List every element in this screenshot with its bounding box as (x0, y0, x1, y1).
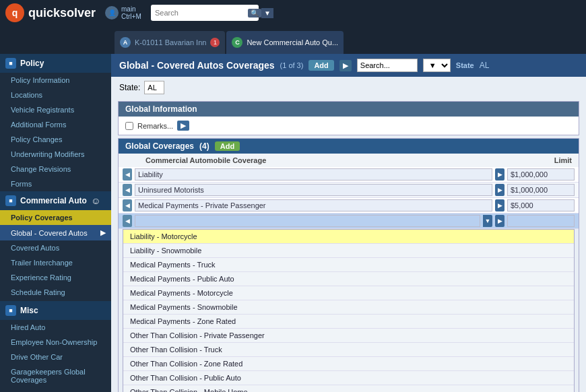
dropdown-item-4[interactable]: Medical Payments - Motorcycle (123, 286, 574, 300)
state-row: State: (111, 77, 586, 98)
sidebar: ■ Policy Policy Information Locations Ve… (0, 54, 111, 392)
state-label: State (456, 61, 474, 69)
coverages-count: (4) (199, 141, 209, 151)
state-value: AL (480, 61, 490, 70)
policy-section-label: Policy (20, 59, 44, 68)
coverage-input-2[interactable] (135, 184, 492, 196)
global-covered-autos-label: Global - Covered Autos (11, 229, 88, 237)
dropdown-item-1[interactable]: Liability - Snowmobile (123, 244, 574, 258)
sidebar-item-policy-changes[interactable]: Policy Changes (0, 132, 111, 147)
sidebar-item-covered-autos[interactable]: Covered Autos (0, 240, 111, 255)
sidebar-section-misc[interactable]: ■ Misc (0, 301, 111, 320)
dropdown-item-9[interactable]: Other Than Collision - Zone Rated (123, 357, 574, 371)
dropdown-item-8[interactable]: Other Than Collision - Truck (123, 343, 574, 357)
dropdown-item-7[interactable]: Other Than Collision - Private Passenger (123, 329, 574, 343)
sidebar-item-underwriting-modifiers[interactable]: Underwriting Modifiers (0, 147, 111, 162)
coverage-nav-left-2[interactable]: ◀ (123, 184, 132, 196)
top-nav: q quicksolver 👤 main Ctrl+M 🔍 ▼ (0, 0, 586, 26)
sidebar-item-policy-coverages[interactable]: Policy Coverages (0, 210, 111, 225)
limit-input-4[interactable] (507, 215, 575, 227)
coverage-nav-left-3[interactable]: ◀ (123, 199, 132, 211)
app-logo: q (5, 3, 24, 22)
nav-arrow-button[interactable]: ▶ (339, 60, 352, 71)
sidebar-item-additional-forms[interactable]: Additional Forms (0, 117, 111, 132)
main-layout: ■ Policy Policy Information Locations Ve… (0, 54, 586, 392)
sidebar-item-global-covered-autos[interactable]: Global - Covered Autos ▶ (0, 225, 111, 240)
sidebar-item-forms[interactable]: Forms (0, 176, 111, 191)
limit-input-2[interactable] (507, 184, 575, 196)
limit-input-3[interactable] (507, 199, 575, 211)
user-name: main (121, 5, 141, 13)
search-dropdown-button[interactable]: ▼ (261, 8, 273, 18)
sidebar-item-trailer-interchange[interactable]: Trailer Interchange (0, 255, 111, 270)
sidebar-item-vehicle-registrants[interactable]: Vehicle Registrants (0, 102, 111, 117)
coverage-dropdown-btn[interactable]: ▼ (483, 215, 492, 227)
user-info: main Ctrl+M (121, 5, 141, 20)
user-sub: Ctrl+M (121, 13, 141, 20)
limit-input-1[interactable] (507, 168, 575, 181)
tab-commercial[interactable]: C New Commercial Auto Qu... (226, 31, 344, 54)
sidebar-section-commercial-auto[interactable]: ■ Commercial Auto ☺ (0, 191, 111, 210)
search-button[interactable]: 🔍 (248, 9, 261, 18)
tab-bar: A K-01011 Bavarian Inn 1 C New Commercia… (0, 26, 586, 54)
policy-section-icon: ■ (5, 58, 16, 69)
coverage-row: ◀ ▶ (119, 183, 579, 198)
global-coverages-box: Global Coverages (4) Add Commercial Auto… (118, 138, 579, 392)
coverage-nav-left-4[interactable]: ◀ (123, 215, 132, 227)
search-input[interactable] (155, 9, 248, 17)
dropdown-item-6[interactable]: Medical Payments - Zone Rated (123, 315, 574, 329)
coverage-input-3[interactable] (135, 199, 492, 211)
remarks-label: Remarks... (137, 122, 173, 130)
global-info-header: Global Information (119, 102, 579, 117)
global-covered-autos-arrow: ▶ (100, 228, 106, 237)
sidebar-item-schedule-rating[interactable]: Schedule Rating (0, 285, 111, 300)
sidebar-item-policy-information[interactable]: Policy Information (0, 73, 111, 88)
search-bar[interactable]: 🔍 ▼ (151, 5, 259, 21)
dropdown-item-11[interactable]: Other Than Collision - Mobile Home (123, 385, 574, 392)
app-name: quicksolver (28, 6, 96, 20)
coverage-nav-right-4[interactable]: ▶ (495, 215, 504, 227)
state-row-label: State: (119, 83, 140, 92)
dropdown-item-3[interactable]: Medical Payments - Public Auto (123, 272, 574, 286)
coverage-nav-right-3[interactable]: ▶ (495, 199, 504, 211)
dropdown-item-2[interactable]: Medical Payments - Truck (123, 258, 574, 272)
dropdown-item-10[interactable]: Other Than Collision - Public Auto (123, 371, 574, 385)
add-button[interactable]: Add (308, 60, 333, 71)
sidebar-item-employee-non-ownership[interactable]: Employee Non-Ownership (0, 335, 111, 350)
sidebar-item-change-revisions[interactable]: Change Revisions (0, 162, 111, 176)
coverage-nav-left-1[interactable]: ◀ (123, 168, 132, 181)
sidebar-item-locations[interactable]: Locations (0, 88, 111, 102)
content-area: Global - Covered Autos Coverages (1 of 3… (111, 54, 586, 392)
dropdown-item-0[interactable]: Liability - Motorcycle (123, 230, 574, 244)
global-information-box: Global Information Remarks... ▶ (118, 101, 579, 135)
sidebar-item-garagekeepers-locations[interactable]: Garagekeepers Locations (0, 387, 111, 392)
global-info-body: Remarks... ▶ (119, 117, 579, 135)
coverage-nav-right-2[interactable]: ▶ (495, 184, 504, 196)
add-coverage-button[interactable]: Add (215, 141, 240, 151)
sidebar-item-drive-other-car[interactable]: Drive Other Car (0, 350, 111, 364)
coverage-column-headers: Commercial Automobile Coverage Limit (119, 154, 579, 167)
coverage-input-1[interactable] (135, 168, 492, 181)
content-title: Global - Covered Autos Coverages (119, 60, 275, 71)
tab-bavarian[interactable]: A K-01011 Bavarian Inn 1 (115, 31, 225, 54)
commercial-auto-smiley: ☺ (91, 195, 100, 206)
tab-bavarian-icon: A (120, 37, 131, 48)
commercial-auto-label: Commercial Auto (20, 196, 87, 205)
coverage-nav-right-1[interactable]: ▶ (495, 168, 504, 181)
sidebar-item-garagekeepers-global-coverages[interactable]: Garagekeepers Global Coverages (0, 364, 111, 387)
sidebar-item-experience-rating[interactable]: Experience Rating (0, 270, 111, 285)
state-input[interactable] (144, 81, 164, 94)
global-coverages-header: Global Coverages (4) Add (119, 139, 579, 154)
dropdown-item-5[interactable]: Medical Payments - Snowmobile (123, 300, 574, 315)
content-search-input[interactable] (357, 59, 418, 72)
commercial-auto-icon: ■ (5, 195, 16, 206)
state-dropdown[interactable]: ▼ (423, 59, 451, 72)
coverage-input-4[interactable] (135, 215, 480, 227)
sidebar-section-policy[interactable]: ■ Policy (0, 54, 111, 73)
sidebar-item-hired-auto[interactable]: Hired Auto (0, 320, 111, 335)
page-count: (1 of 3) (280, 61, 304, 69)
misc-icon: ■ (5, 305, 16, 316)
remarks-button[interactable]: ▶ (177, 121, 189, 131)
remarks-checkbox[interactable] (125, 122, 133, 130)
tab-commercial-icon: C (232, 37, 242, 48)
